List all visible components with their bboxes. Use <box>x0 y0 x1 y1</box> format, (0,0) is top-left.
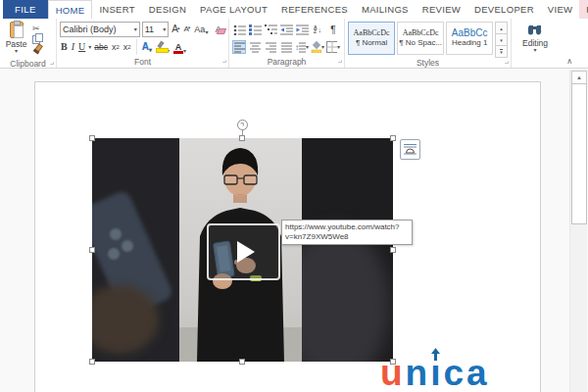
multilevel-list-button[interactable] <box>264 23 277 36</box>
tooltip-line2: v=kn7Z9XW5We8 <box>285 232 409 242</box>
decrease-indent-icon <box>280 24 293 35</box>
underline-button[interactable]: U <box>77 41 86 53</box>
ribbon-tab-row: FILE HOME INSERT DESIGN PAGE LAYOUT REFE… <box>0 0 588 19</box>
chevron-down-icon: ▾ <box>533 48 536 53</box>
show-hide-marks-button[interactable]: ¶ <box>326 23 340 36</box>
align-right-icon <box>266 42 276 53</box>
tab-review[interactable]: REVIEW <box>416 0 467 19</box>
clipboard-group-label: Clipboard ⌐ <box>0 58 56 70</box>
decrease-indent-button[interactable] <box>279 23 293 36</box>
superscript-button[interactable]: x2 <box>122 41 132 53</box>
change-case-button[interactable]: Aa▾ <box>193 24 209 35</box>
text-effects-button[interactable]: A▾ <box>141 41 153 53</box>
numbering-icon <box>249 24 262 35</box>
bullets-button[interactable] <box>232 23 246 36</box>
embedded-video-picture[interactable] <box>92 138 393 362</box>
borders-button[interactable]: ▾ <box>326 40 340 54</box>
font-group-label: Font ⌐ <box>57 56 228 68</box>
clipboard-dialog-launcher-icon[interactable]: ⌐ <box>50 61 54 67</box>
resize-handle-e[interactable] <box>390 247 396 253</box>
up-caret-icon: ▴ <box>500 25 503 31</box>
chevron-down-icon: ▾ <box>205 30 208 35</box>
paragraph-dialog-launcher-icon[interactable]: ⌐ <box>338 59 342 65</box>
shading-button[interactable]: ▾ <box>311 40 324 54</box>
subscript-button[interactable]: x2 <box>111 41 121 53</box>
paste-button[interactable]: Paste ▾ <box>3 21 29 58</box>
rotate-handle[interactable] <box>237 120 248 130</box>
tab-mailings[interactable]: MAILINGS <box>355 0 416 19</box>
style-no-spacing[interactable]: AaBbCcDc ¶ No Spac... <box>397 22 444 55</box>
increase-indent-button[interactable] <box>295 23 309 36</box>
tab-file[interactable]: FILE <box>3 0 48 19</box>
unica-logo: unıca <box>380 355 490 392</box>
resize-handle-w[interactable] <box>89 247 95 253</box>
italic-button[interactable]: I <box>71 41 75 53</box>
style-heading1[interactable]: AaBbCc Heading 1 <box>446 22 493 55</box>
increase-indent-icon <box>296 24 309 35</box>
copy-icon <box>32 33 42 44</box>
tab-page-layout[interactable]: PAGE LAYOUT <box>193 0 274 19</box>
format-painter-button[interactable] <box>32 44 42 55</box>
clear-formatting-button[interactable]: A <box>211 24 225 35</box>
resize-handle-sw[interactable] <box>89 359 95 365</box>
video-play-button[interactable] <box>207 223 280 280</box>
shrink-font-button[interactable]: A▾ <box>183 24 192 35</box>
chevron-down-icon: ▾ <box>183 49 186 54</box>
align-center-icon <box>250 42 261 53</box>
tab-references[interactable]: REFERENCES <box>274 0 355 19</box>
editing-group: Editing ▾ <box>512 19 559 68</box>
tab-home[interactable]: HOME <box>48 0 93 19</box>
cut-button[interactable]: ✂ <box>32 23 42 33</box>
style-normal[interactable]: AaBbCcDc ¶ Normal <box>348 22 395 55</box>
justify-button[interactable] <box>279 40 293 54</box>
font-name-combo[interactable]: Calibri (Body) ▾ <box>60 22 140 37</box>
tab-format-contextual[interactable]: FORMAT <box>579 0 588 19</box>
sort-button[interactable]: AZ ↓ <box>311 23 324 36</box>
layout-options-button[interactable] <box>400 139 420 160</box>
borders-icon <box>326 41 337 53</box>
bold-button[interactable]: B <box>60 41 69 53</box>
resize-handle-nw[interactable] <box>89 135 95 141</box>
grow-font-button[interactable]: A▴ <box>171 24 180 35</box>
video-thumb-left-blur <box>92 138 179 362</box>
tab-developer[interactable]: DEVELOPER <box>467 0 541 19</box>
font-dialog-launcher-icon[interactable]: ⌐ <box>222 59 226 65</box>
paragraph-group: AZ ↓ ¶ <box>229 19 345 68</box>
font-size-value: 11 <box>145 24 154 34</box>
paste-clipboard-icon <box>10 22 24 38</box>
font-color-button[interactable]: A▾ <box>172 41 187 54</box>
scrollbar-thumb[interactable] <box>571 83 587 224</box>
font-size-combo[interactable]: 11 ▾ <box>142 22 170 37</box>
font-group: Calibri (Body) ▾ 11 ▾ A▴ A▾ Aa▾ A B I U <box>57 19 229 68</box>
chevron-down-icon[interactable]: ▾ <box>88 45 91 50</box>
align-right-button[interactable] <box>264 40 277 54</box>
play-icon <box>237 241 255 263</box>
separator <box>136 39 137 55</box>
resize-handle-ne[interactable] <box>390 135 396 141</box>
tab-view[interactable]: VIEW <box>541 0 579 19</box>
styles-dialog-launcher-icon[interactable]: ⌐ <box>505 60 509 66</box>
copy-button[interactable] <box>32 33 42 44</box>
align-left-button[interactable] <box>232 40 246 54</box>
line-spacing-button[interactable]: ↕ ▾ <box>295 40 309 54</box>
layout-options-icon <box>404 143 416 156</box>
editing-button[interactable]: Editing ▾ <box>514 21 556 53</box>
collapse-ribbon-button[interactable]: ∧ <box>566 57 572 66</box>
chevron-down-icon: ▾ <box>149 48 152 53</box>
tab-design[interactable]: DESIGN <box>142 0 193 19</box>
resize-handle-n[interactable] <box>239 135 245 141</box>
clipboard-group: Paste ▾ ✂ Clipboard ⌐ <box>0 19 57 68</box>
resize-handle-s[interactable] <box>239 359 245 365</box>
align-center-button[interactable] <box>248 40 262 54</box>
tooltip-line1: https://www.youtube.com/watch? <box>285 222 409 232</box>
scissors-icon: ✂ <box>32 24 40 33</box>
vertical-scrollbar[interactable]: ▲ <box>569 70 587 392</box>
strikethrough-button[interactable]: abc <box>93 41 109 53</box>
tab-insert[interactable]: INSERT <box>92 0 141 19</box>
up-caret-icon: ▴ <box>177 25 180 30</box>
numbering-button[interactable] <box>248 23 262 36</box>
chevron-down-icon: ▾ <box>306 45 309 50</box>
highlight-color-button[interactable]: ▾ <box>155 41 171 54</box>
scrollbar-up-button[interactable]: ▲ <box>571 71 587 84</box>
down-caret-icon: ▾ <box>500 37 503 43</box>
